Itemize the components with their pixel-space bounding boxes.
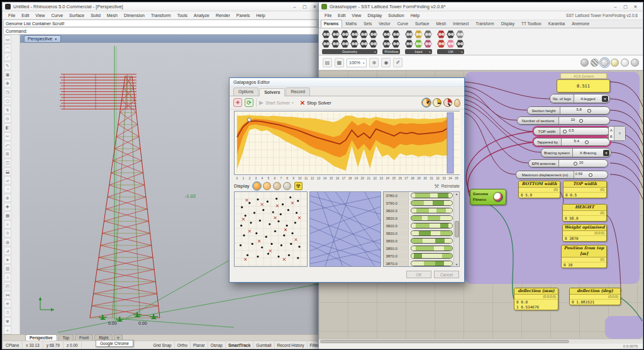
input-param-icon-1[interactable] [414, 30, 423, 38]
addition-component[interactable]: AB＋ [608, 126, 626, 141]
preview-shaded-icon[interactable] [601, 59, 609, 67]
galapagos-component[interactable]: GenomeFitness [470, 189, 506, 205]
rhino-tool-icon-21[interactable]: ⌗ [4, 220, 11, 229]
rhino-tool-icon-15[interactable]: ⬓ [4, 167, 11, 176]
slider-track[interactable]: 0.5 [560, 128, 609, 135]
geometry-param-icon-3[interactable] [350, 30, 358, 38]
rhino-menu-solid[interactable]: Solid [87, 13, 104, 18]
util-param-icon-5[interactable] [456, 40, 464, 48]
rhino-tool-icon-27[interactable]: ⌂ [4, 273, 11, 281]
slider-section-height[interactable]: Section height5.8 [527, 106, 610, 115]
preview-eye-icon[interactable]: ◉ [381, 58, 391, 67]
fitness-row-1[interactable]: 3790.0 [384, 200, 459, 207]
rhino-menu-panels[interactable]: Panels [233, 13, 253, 18]
util-param-icon-2[interactable] [456, 30, 464, 38]
util-param-icon-0[interactable] [437, 30, 445, 38]
rhino-tool-icon-24[interactable]: ⊿ [4, 247, 11, 255]
genome-icon[interactable]: ✳ [233, 98, 242, 107]
viewport-tab-front[interactable]: Front [75, 334, 93, 341]
palette-group-label-input[interactable]: Input▸ [405, 49, 432, 54]
reinstate-button[interactable]: ⚒ Reinstate [434, 183, 460, 189]
rhino-menu-render[interactable]: Render [213, 13, 233, 18]
gh-tab-vector[interactable]: Vector [375, 20, 393, 28]
fitness-row-0[interactable]: 3780.0 [384, 192, 459, 200]
fitness-row-6[interactable]: 3830.0 [384, 237, 459, 245]
slider-knob[interactable] [563, 130, 567, 133]
gh-tab-sets[interactable]: Sets [360, 20, 375, 28]
preview-off-icon[interactable] [580, 59, 589, 67]
rhino-tool-icon-22[interactable]: ⟐ [4, 229, 11, 237]
chevron-down-icon[interactable]: ▼ [603, 150, 609, 156]
rhino-tool-icon-16[interactable]: ▱ [4, 176, 11, 184]
primitive-param-icon-3[interactable] [392, 40, 400, 48]
slider-knob[interactable] [574, 162, 577, 166]
rhino-tool-icon-33[interactable]: ⟡ [4, 326, 11, 334]
rhino-menu-view[interactable]: View [32, 13, 48, 18]
geometry-param-icon-6[interactable] [322, 40, 330, 48]
gh-menu-display[interactable]: Display [364, 13, 385, 18]
rhino-tool-icon-9[interactable]: ⊙ [4, 115, 11, 123]
minimize-icon[interactable]: – [611, 3, 620, 10]
minimize-icon[interactable]: – [290, 3, 299, 10]
scrollbar-thumb[interactable] [455, 221, 459, 237]
rhino-menu-analyze[interactable]: Analyze [191, 13, 213, 18]
rhino-tool-icon-18[interactable]: ⊕ [4, 194, 11, 202]
egg-icon[interactable] [454, 99, 460, 107]
input-param-icon-2[interactable] [424, 30, 432, 38]
scrollbar-thumb[interactable] [320, 340, 569, 343]
geometry-param-icon-11[interactable] [369, 40, 377, 48]
geometry-param-icon-1[interactable] [331, 30, 340, 38]
palette-group-label-primitive[interactable]: Primitive▸ [382, 49, 400, 54]
rhino-tool-icon-28[interactable]: ◰ [4, 282, 11, 290]
status-toggle-osnap[interactable]: Osnap [208, 341, 226, 349]
content-panel[interactable]: 0.511 [557, 79, 610, 93]
slider-track[interactable]: 10 [559, 117, 609, 124]
viewport-tab-perspective[interactable]: Perspective [25, 334, 57, 341]
geometry-param-icon-10[interactable] [360, 40, 368, 48]
input-param-icon-0[interactable] [405, 30, 413, 38]
panel-height[interactable]: HEIGHT(0)0 58.0 [562, 204, 607, 222]
new-document-icon[interactable]: ▤ [323, 58, 332, 67]
panel-top-width[interactable]: TOP width(0)0 0.5 [563, 181, 607, 198]
rhino-menu-surface[interactable]: Surface [66, 13, 87, 18]
dialog-tab-record[interactable]: Record [286, 88, 310, 96]
status-toggle-smarttrack[interactable]: SmartTrack [226, 341, 253, 349]
util-param-icon-1[interactable] [447, 30, 455, 38]
geometry-param-icon-4[interactable] [360, 30, 368, 38]
save-icon[interactable]: ▦ [335, 58, 344, 67]
dialog-tab-options[interactable]: Options [233, 88, 258, 96]
gauge-speed-3-icon[interactable] [443, 98, 452, 107]
rhino-menu-dimension[interactable]: Dimension [121, 13, 148, 18]
fitness-list[interactable]: 3780.03790.03820.03820.03820.03820.03830… [383, 191, 460, 267]
panel-deflection-mm-[interactable]: deflection (mm)(0;0;0;0)0 0.01 0.534676 [514, 288, 558, 310]
panel-deflection-deg-[interactable]: deflection (deg)(0;0;0)0 1.081521 [569, 288, 621, 305]
rhino-tool-icon-25[interactable]: ➤ [4, 256, 11, 264]
gh-menu-file[interactable]: File [321, 13, 335, 18]
util-param-icon-3[interactable] [437, 40, 445, 48]
rhino-tool-icon-0[interactable]: ▭ [4, 35, 11, 43]
rhino-tool-icon-6[interactable]: ◳ [4, 88, 11, 96]
primitive-param-icon-1[interactable] [392, 30, 400, 38]
rhino-menu-transform[interactable]: Transform [148, 13, 174, 18]
status-toggle-planar[interactable]: Planar [191, 341, 208, 349]
preview-wireframe-icon[interactable] [591, 59, 599, 67]
rhino-tool-icon-23[interactable]: ◍ [4, 238, 11, 246]
slider-maximum-displacement-m-[interactable]: Maximum displacement (m)0.59 [516, 171, 608, 179]
dialog-titlebar[interactable]: Galapagos Editor [230, 78, 464, 87]
geometry-param-icon-5[interactable] [369, 30, 377, 38]
cancel-button[interactable]: Cancel [434, 271, 459, 278]
rhino-tool-icon-11[interactable]: ✂ [4, 132, 11, 140]
rhino-menu-help[interactable]: Help [253, 13, 268, 18]
gh-tab-intersect[interactable]: Intersect [450, 20, 472, 28]
fitness-list-scrollbar[interactable]: ▲▼ [453, 192, 459, 266]
rhino-tool-icon-29[interactable]: ⋈ [4, 291, 11, 299]
display-orb-1-icon[interactable] [253, 182, 261, 190]
value-list-no-of-legs[interactable]: No. of legs4-legged▼ [550, 94, 610, 103]
slider-track[interactable]: 5.8 [560, 107, 609, 114]
stop-solver-button[interactable]: ✕ Stop Solver [300, 99, 331, 106]
display-orb-2-icon[interactable] [263, 182, 271, 190]
gh-tab-params[interactable]: Params [321, 20, 342, 28]
gh-tab-transform[interactable]: Transform [472, 20, 497, 28]
slider-track[interactable]: 10 [559, 160, 608, 167]
dialog-tab-solvers[interactable]: Solvers [259, 88, 285, 96]
